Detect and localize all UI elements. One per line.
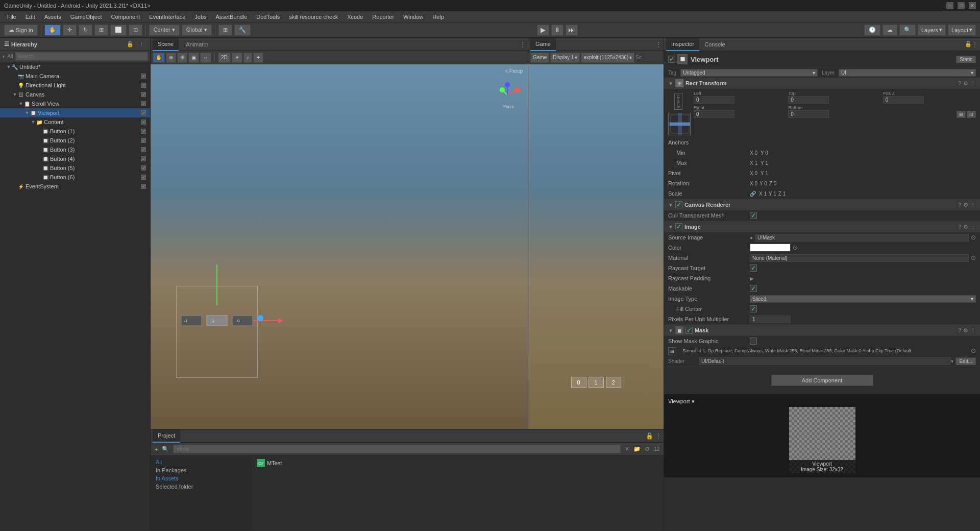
menu-help[interactable]: Help [428,13,448,21]
mask-more-icon[interactable]: ⋮ [970,327,976,334]
layer-dropdown[interactable]: UI▾ [839,69,976,77]
blueprint-btn[interactable]: ⊞ [957,111,966,118]
console-tab[interactable]: Console [699,38,730,51]
rect-settings-icon[interactable]: ⚙ [963,80,968,87]
image-active-cb[interactable]: ✓ [675,223,682,230]
scene-tool1[interactable]: ✋ [153,53,165,63]
maximize-btn[interactable]: □ [958,2,965,9]
scene-tool5[interactable]: ↔ [200,53,211,63]
source-image-val[interactable]: UIMask [755,234,969,242]
show-mask-checkbox[interactable] [750,337,757,345]
project-add-btn[interactable]: + [155,446,158,452]
left-input[interactable] [694,96,734,104]
viewport-preview-title[interactable]: Viewport ▾ [668,398,976,405]
camera-cb[interactable]: ✓ [141,74,146,79]
scene-2d-btn[interactable]: 2D [218,53,231,63]
rect-help-icon[interactable]: ? [958,80,961,87]
image-help-icon[interactable]: ? [958,224,961,230]
hierarchy-item-btn1[interactable]: 🔲 Button (1) ✓ [0,127,150,136]
menu-edit[interactable]: Edit [21,13,39,21]
inspector-more-btn[interactable]: ⋮ [972,41,978,48]
game-btn-2[interactable]: 2 [606,377,621,388]
viewport-cb[interactable]: ✓ [141,110,146,115]
material-val[interactable]: None (Material) [750,254,969,262]
mask-header[interactable]: ▼ ◼ ✓ Mask ? ⚙ ⋮ [664,325,980,336]
static-button[interactable]: Static [956,56,976,63]
search-folder-btn[interactable]: 📁 [633,446,641,452]
game-tab[interactable]: Game [530,38,556,51]
hierarchy-more-btn[interactable]: ⋮ [137,40,146,48]
menu-window[interactable]: Window [399,13,427,21]
menu-component[interactable]: Component [107,13,144,21]
project-more-btn[interactable]: ⋮ [655,432,662,440]
stretch-indicator[interactable]: stretch [674,93,682,110]
bottom-input[interactable] [788,110,829,118]
image-settings-icon[interactable]: ⚙ [963,224,968,230]
resolution-dropdown[interactable]: exploit (1125x2436)▾ [581,53,634,63]
shader-input[interactable] [699,357,951,365]
raycast-padding-arrow[interactable]: ▶ [750,276,754,281]
btn3-cb[interactable]: ✓ [141,147,146,152]
hierarchy-item-dirlight[interactable]: 💡 Directional Light ✓ [0,81,150,90]
add-component-button[interactable]: Add Component [771,375,873,386]
game-btn-0[interactable]: 0 [571,377,586,388]
canvas-renderer-header[interactable]: ▼ ✓ Canvas Renderer ? ⚙ ⋮ [664,199,980,210]
canvas-cb[interactable]: ✓ [141,92,146,97]
collab-btn[interactable]: 🕐 [864,25,880,36]
scene-light-btn[interactable]: ☀ [232,53,242,63]
rotate-tool[interactable]: ↻ [79,25,92,36]
move-tool[interactable]: ✛ [63,25,77,36]
layers-dropdown[interactable]: Layers ▾ [918,25,946,36]
hierarchy-item-btn3[interactable]: 🔲 Button (3) ✓ [0,145,150,154]
game-btn-1[interactable]: 1 [589,377,604,388]
tag-dropdown[interactable]: Untagged▾ [680,69,818,77]
image-more-icon[interactable]: ⋮ [970,224,976,230]
inspector-tab[interactable]: Inspector [666,38,699,51]
canvas-more-icon[interactable]: ⋮ [970,202,976,208]
snap-btn[interactable]: 🔧 [234,25,251,36]
anchor-preset-box[interactable] [668,113,691,135]
project-tab[interactable]: Project [153,429,180,443]
menu-eventinterface[interactable]: EventInterface [145,13,189,21]
scrollview-cb[interactable]: ✓ [141,101,146,106]
hierarchy-item-btn6[interactable]: 🔲 Button (6) ✓ [0,173,150,182]
dirlight-cb[interactable]: ✓ [141,83,146,88]
hierarchy-item-viewport[interactable]: ▼ 🔲 Viewport ✓ [0,108,150,117]
hierarchy-item-btn2[interactable]: 🔲 Button (2) ✓ [0,136,150,145]
transform-tool[interactable]: ⊡ [129,25,142,36]
scene-menu-btn[interactable]: ⋮ [520,41,526,48]
hierarchy-add-btn[interactable]: + [2,54,5,60]
search-clear-btn[interactable]: ✕ [625,446,629,452]
canvas-active-cb[interactable]: ✓ [675,201,682,208]
btn1-cb[interactable]: ✓ [141,129,146,134]
posz-input[interactable] [883,96,924,104]
color-swatch[interactable] [750,244,791,252]
hierarchy-filter-all[interactable]: All [7,54,13,59]
scale-tool[interactable]: ⊞ [94,25,108,36]
search-btn[interactable]: 🔍 [899,25,916,36]
game-viewport[interactable]: 0 1 2 [528,64,664,429]
hierarchy-search-input[interactable] [15,52,148,61]
rect-transform-header[interactable]: ▼ ⊞ Rect Transform ? ⚙ ⋮ [664,78,980,89]
scene-tab[interactable]: Scene [153,38,179,51]
layout-dropdown[interactable]: Layout ▾ [948,25,976,36]
btn6-cb[interactable]: ✓ [141,175,146,180]
hierarchy-item-eventsystem[interactable]: ⚡ EventSystem ✓ [0,182,150,191]
shader-edit-btn[interactable]: Edit... [955,357,976,365]
hand-tool[interactable]: ✋ [44,25,61,36]
mask-active-cb[interactable]: ✓ [685,327,693,334]
ratio-btn[interactable]: ⊡ [967,111,976,118]
animator-tab[interactable]: Animator [181,38,213,51]
active-checkbox[interactable]: ✓ [668,56,675,63]
content-cb[interactable]: ✓ [141,119,146,125]
filter-selected[interactable]: Selected folder [153,482,250,491]
hierarchy-item-content[interactable]: ▼ 📁 Content ✓ [0,117,150,127]
menu-jobs[interactable]: Jobs [190,13,210,21]
mask-settings-icon[interactable]: ⚙ [963,327,968,334]
close-btn[interactable]: ✕ [969,2,976,9]
menu-file[interactable]: File [3,13,20,21]
menu-gameobject[interactable]: GameObject [66,13,106,21]
cloud-btn[interactable]: ☁ [883,25,897,36]
scene-tool2[interactable]: ⊕ [166,53,176,63]
menu-assetbundle[interactable]: AssetBundle [212,13,252,21]
